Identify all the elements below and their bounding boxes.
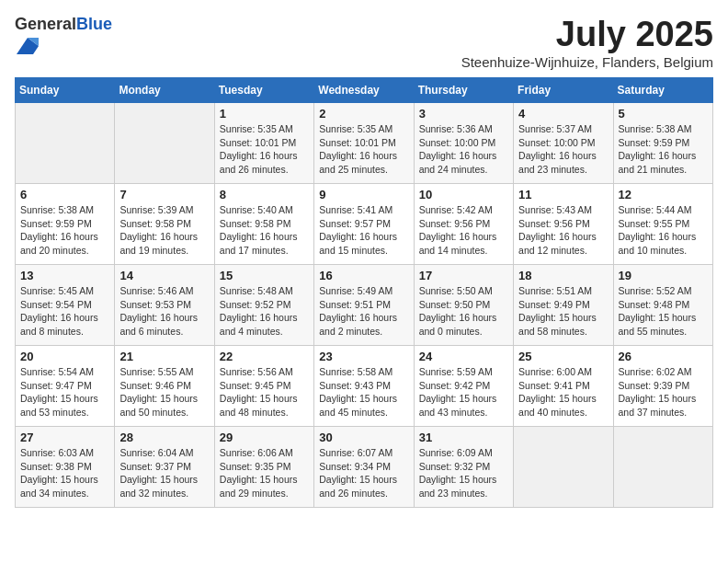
calendar-cell: 18Sunrise: 5:51 AMSunset: 9:49 PMDayligh… (514, 265, 613, 346)
calendar-cell: 24Sunrise: 5:59 AMSunset: 9:42 PMDayligh… (414, 346, 513, 427)
header-day-sunday: Sunday (16, 78, 115, 103)
calendar-cell (115, 103, 214, 184)
day-info: Sunrise: 6:04 AMSunset: 9:37 PMDaylight:… (119, 446, 209, 500)
day-info: Sunrise: 5:55 AMSunset: 9:46 PMDaylight:… (119, 365, 209, 419)
day-info: Sunrise: 5:46 AMSunset: 9:53 PMDaylight:… (119, 284, 209, 339)
calendar-cell: 14Sunrise: 5:46 AMSunset: 9:53 PMDayligh… (115, 265, 214, 346)
day-number: 1 (220, 107, 309, 121)
header-day-wednesday: Wednesday (314, 78, 414, 103)
calendar-cell (514, 427, 613, 508)
logo-icon (17, 35, 39, 57)
week-row-5: 27Sunrise: 6:03 AMSunset: 9:38 PMDayligh… (16, 427, 713, 508)
day-number: 30 (319, 431, 408, 444)
main-title: July 2025 (461, 15, 713, 54)
day-number: 5 (619, 107, 708, 121)
day-info: Sunrise: 6:03 AMSunset: 9:38 PMDaylight:… (20, 446, 109, 500)
calendar-cell: 9Sunrise: 5:41 AMSunset: 9:57 PMDaylight… (314, 184, 414, 265)
day-number: 16 (319, 269, 408, 282)
day-info: Sunrise: 6:09 AMSunset: 9:32 PMDaylight:… (419, 446, 508, 500)
day-info: Sunrise: 5:48 AMSunset: 9:52 PMDaylight:… (220, 284, 309, 339)
title-block: July 2025 Steenhuize-Wijnhuize, Flanders… (461, 15, 713, 70)
calendar-cell: 31Sunrise: 6:09 AMSunset: 9:32 PMDayligh… (414, 427, 513, 508)
calendar-cell: 3Sunrise: 5:36 AMSunset: 10:00 PMDayligh… (414, 103, 513, 184)
calendar-body: 1Sunrise: 5:35 AMSunset: 10:01 PMDayligh… (16, 103, 713, 508)
day-number: 18 (518, 269, 608, 282)
day-info: Sunrise: 5:42 AMSunset: 9:56 PMDaylight:… (419, 203, 508, 258)
calendar-cell: 8Sunrise: 5:40 AMSunset: 9:58 PMDaylight… (214, 184, 313, 265)
day-info: Sunrise: 5:36 AMSunset: 10:00 PMDaylight… (419, 122, 508, 177)
day-number: 11 (518, 188, 608, 201)
calendar-cell: 5Sunrise: 5:38 AMSunset: 9:59 PMDaylight… (613, 103, 712, 184)
day-number: 13 (20, 269, 109, 282)
calendar-cell: 4Sunrise: 5:37 AMSunset: 10:00 PMDayligh… (514, 103, 613, 184)
day-number: 29 (220, 431, 309, 444)
header-day-friday: Friday (514, 78, 613, 103)
subtitle: Steenhuize-Wijnhuize, Flanders, Belgium (461, 54, 713, 70)
calendar-cell: 10Sunrise: 5:42 AMSunset: 9:56 PMDayligh… (414, 184, 513, 265)
day-info: Sunrise: 5:38 AMSunset: 9:59 PMDaylight:… (619, 122, 708, 177)
day-info: Sunrise: 5:51 AMSunset: 9:49 PMDaylight:… (518, 284, 608, 339)
day-number: 21 (119, 350, 209, 363)
calendar-cell (613, 427, 712, 508)
calendar-cell: 28Sunrise: 6:04 AMSunset: 9:37 PMDayligh… (115, 427, 214, 508)
calendar-cell: 6Sunrise: 5:38 AMSunset: 9:59 PMDaylight… (16, 184, 115, 265)
calendar-cell: 11Sunrise: 5:43 AMSunset: 9:56 PMDayligh… (514, 184, 613, 265)
day-number: 12 (619, 188, 708, 201)
calendar-cell: 23Sunrise: 5:58 AMSunset: 9:43 PMDayligh… (314, 346, 414, 427)
calendar-cell: 27Sunrise: 6:03 AMSunset: 9:38 PMDayligh… (16, 427, 115, 508)
day-number: 31 (419, 431, 508, 444)
day-info: Sunrise: 5:41 AMSunset: 9:57 PMDaylight:… (319, 203, 408, 258)
day-number: 7 (119, 188, 209, 201)
calendar-cell: 7Sunrise: 5:39 AMSunset: 9:58 PMDaylight… (115, 184, 214, 265)
day-info: Sunrise: 6:02 AMSunset: 9:39 PMDaylight:… (619, 365, 708, 419)
calendar-table: SundayMondayTuesdayWednesdayThursdayFrid… (15, 77, 713, 508)
calendar-cell: 2Sunrise: 5:35 AMSunset: 10:01 PMDayligh… (314, 103, 414, 184)
day-number: 4 (518, 107, 608, 121)
day-info: Sunrise: 5:43 AMSunset: 9:56 PMDaylight:… (518, 203, 608, 258)
week-row-3: 13Sunrise: 5:45 AMSunset: 9:54 PMDayligh… (16, 265, 713, 346)
week-row-1: 1Sunrise: 5:35 AMSunset: 10:01 PMDayligh… (16, 103, 713, 184)
calendar-header: SundayMondayTuesdayWednesdayThursdayFrid… (16, 78, 713, 103)
calendar-cell: 29Sunrise: 6:06 AMSunset: 9:35 PMDayligh… (214, 427, 313, 508)
day-info: Sunrise: 5:59 AMSunset: 9:42 PMDaylight:… (419, 365, 508, 419)
day-info: Sunrise: 5:52 AMSunset: 9:48 PMDaylight:… (619, 284, 708, 339)
header-row: SundayMondayTuesdayWednesdayThursdayFrid… (16, 78, 713, 103)
calendar-cell: 15Sunrise: 5:48 AMSunset: 9:52 PMDayligh… (214, 265, 313, 346)
day-number: 9 (319, 188, 408, 201)
day-info: Sunrise: 5:38 AMSunset: 9:59 PMDaylight:… (20, 203, 109, 258)
calendar-cell: 1Sunrise: 5:35 AMSunset: 10:01 PMDayligh… (214, 103, 313, 184)
day-number: 19 (619, 269, 708, 282)
day-info: Sunrise: 6:06 AMSunset: 9:35 PMDaylight:… (220, 446, 309, 500)
calendar-cell: 26Sunrise: 6:02 AMSunset: 9:39 PMDayligh… (613, 346, 712, 427)
header-day-saturday: Saturday (613, 78, 712, 103)
calendar-cell: 16Sunrise: 5:49 AMSunset: 9:51 PMDayligh… (314, 265, 414, 346)
day-number: 8 (220, 188, 309, 201)
logo-blue: Blue (76, 15, 112, 33)
calendar-cell: 13Sunrise: 5:45 AMSunset: 9:54 PMDayligh… (16, 265, 115, 346)
day-number: 27 (20, 431, 109, 444)
calendar-cell: 19Sunrise: 5:52 AMSunset: 9:48 PMDayligh… (613, 265, 712, 346)
page-header: GeneralBlue July 2025 Steenhuize-Wijnhui… (15, 15, 713, 70)
day-number: 20 (20, 350, 109, 363)
day-number: 14 (119, 269, 209, 282)
calendar-cell: 22Sunrise: 5:56 AMSunset: 9:45 PMDayligh… (214, 346, 313, 427)
day-number: 6 (20, 188, 109, 201)
day-info: Sunrise: 5:54 AMSunset: 9:47 PMDaylight:… (20, 365, 109, 419)
day-number: 3 (419, 107, 508, 121)
header-day-tuesday: Tuesday (214, 78, 313, 103)
day-info: Sunrise: 5:39 AMSunset: 9:58 PMDaylight:… (119, 203, 209, 258)
day-number: 23 (319, 350, 408, 363)
header-day-thursday: Thursday (414, 78, 513, 103)
day-number: 10 (419, 188, 508, 201)
day-info: Sunrise: 5:45 AMSunset: 9:54 PMDaylight:… (20, 284, 109, 339)
calendar-cell: 12Sunrise: 5:44 AMSunset: 9:55 PMDayligh… (613, 184, 712, 265)
day-number: 17 (419, 269, 508, 282)
day-number: 2 (319, 107, 408, 121)
day-number: 22 (220, 350, 309, 363)
week-row-2: 6Sunrise: 5:38 AMSunset: 9:59 PMDaylight… (16, 184, 713, 265)
calendar-cell: 30Sunrise: 6:07 AMSunset: 9:34 PMDayligh… (314, 427, 414, 508)
day-number: 26 (619, 350, 708, 363)
day-info: Sunrise: 5:37 AMSunset: 10:00 PMDaylight… (518, 122, 608, 177)
day-info: Sunrise: 5:58 AMSunset: 9:43 PMDaylight:… (319, 365, 408, 419)
day-info: Sunrise: 6:00 AMSunset: 9:41 PMDaylight:… (518, 365, 608, 419)
